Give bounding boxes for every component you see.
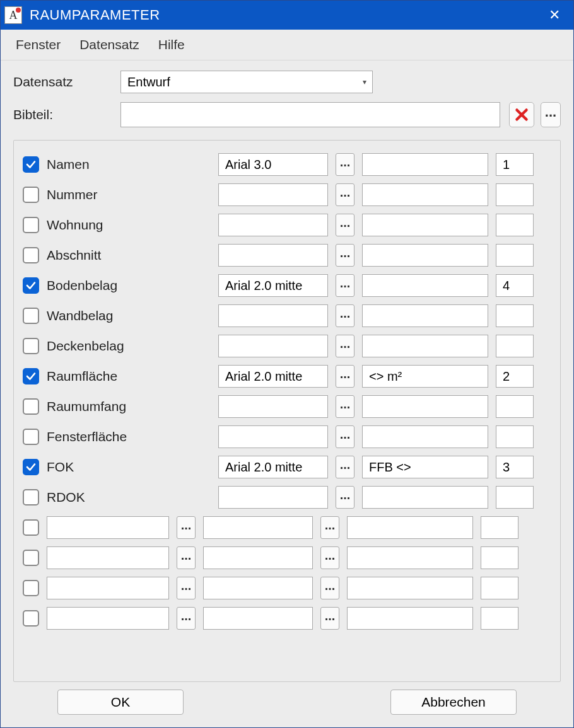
ok-button[interactable]: OK bbox=[57, 690, 184, 715]
param-format-input[interactable] bbox=[362, 456, 488, 478]
param-label-input[interactable] bbox=[47, 577, 169, 599]
param-checkbox[interactable] bbox=[23, 429, 39, 445]
param-font-browse-button[interactable] bbox=[336, 425, 354, 448]
param-font-browse-button[interactable] bbox=[320, 516, 339, 539]
param-font-input[interactable] bbox=[218, 456, 328, 478]
param-font-input[interactable] bbox=[218, 365, 328, 388]
param-label-input[interactable] bbox=[47, 546, 169, 569]
param-label: Abschnitt bbox=[47, 248, 211, 263]
param-format-input[interactable] bbox=[362, 214, 488, 236]
param-order-input[interactable] bbox=[496, 335, 534, 357]
clear-bibteil-button[interactable] bbox=[509, 102, 534, 127]
param-label-input[interactable] bbox=[47, 516, 169, 539]
param-font-browse-button[interactable] bbox=[336, 183, 354, 206]
param-order-input[interactable] bbox=[496, 425, 534, 448]
param-font-browse-button[interactable] bbox=[336, 335, 354, 357]
param-checkbox[interactable] bbox=[23, 277, 39, 294]
param-order-input[interactable] bbox=[496, 456, 534, 478]
param-order-input[interactable] bbox=[496, 274, 534, 297]
param-checkbox[interactable] bbox=[23, 580, 39, 596]
param-font-input[interactable] bbox=[203, 546, 313, 569]
param-format-input[interactable] bbox=[362, 425, 488, 448]
param-checkbox[interactable] bbox=[23, 459, 39, 475]
browse-bibteil-button[interactable] bbox=[541, 102, 561, 127]
param-font-browse-button[interactable] bbox=[336, 244, 354, 267]
param-format-input[interactable] bbox=[347, 546, 473, 569]
param-label-browse-button[interactable] bbox=[177, 607, 196, 630]
param-font-browse-button[interactable] bbox=[320, 577, 339, 599]
param-font-browse-button[interactable] bbox=[336, 153, 354, 176]
param-font-input[interactable] bbox=[218, 486, 328, 509]
param-order-input[interactable] bbox=[496, 304, 534, 327]
param-font-input[interactable] bbox=[218, 183, 328, 206]
param-format-input[interactable] bbox=[362, 153, 488, 176]
datensatz-value[interactable] bbox=[120, 71, 373, 93]
param-font-browse-button[interactable] bbox=[336, 214, 354, 236]
menu-datensatz[interactable]: Datensatz bbox=[79, 37, 139, 52]
param-order-input[interactable] bbox=[481, 607, 518, 630]
param-font-input[interactable] bbox=[218, 395, 328, 418]
param-checkbox[interactable] bbox=[23, 217, 39, 233]
menu-fenster[interactable]: Fenster bbox=[16, 37, 61, 52]
param-font-input[interactable] bbox=[218, 153, 328, 176]
param-font-browse-button[interactable] bbox=[336, 304, 354, 327]
param-font-input[interactable] bbox=[218, 335, 328, 357]
param-label-browse-button[interactable] bbox=[177, 516, 196, 539]
param-format-input[interactable] bbox=[362, 183, 488, 206]
param-checkbox[interactable] bbox=[23, 610, 39, 627]
param-order-input[interactable] bbox=[496, 365, 534, 388]
param-order-input[interactable] bbox=[496, 214, 534, 236]
param-order-input[interactable] bbox=[496, 244, 534, 267]
param-font-input[interactable] bbox=[203, 607, 313, 630]
param-format-input[interactable] bbox=[347, 577, 473, 599]
param-label-browse-button[interactable] bbox=[177, 577, 196, 599]
param-checkbox[interactable] bbox=[23, 308, 39, 324]
datensatz-select[interactable]: ▾ bbox=[120, 71, 373, 93]
param-font-input[interactable] bbox=[218, 425, 328, 448]
param-format-input[interactable] bbox=[347, 607, 473, 630]
bibteil-input[interactable] bbox=[120, 102, 500, 127]
param-format-input[interactable] bbox=[362, 335, 488, 357]
menu-hilfe[interactable]: Hilfe bbox=[158, 37, 185, 52]
param-format-input[interactable] bbox=[362, 274, 488, 297]
param-checkbox[interactable] bbox=[23, 156, 39, 173]
close-icon[interactable]: ✕ bbox=[542, 7, 567, 23]
param-checkbox[interactable] bbox=[23, 338, 39, 354]
param-format-input[interactable] bbox=[362, 395, 488, 418]
param-format-input[interactable] bbox=[362, 304, 488, 327]
param-order-input[interactable] bbox=[496, 153, 534, 176]
param-format-input[interactable] bbox=[362, 244, 488, 267]
param-font-input[interactable] bbox=[218, 274, 328, 297]
param-font-input[interactable] bbox=[218, 304, 328, 327]
param-font-browse-button[interactable] bbox=[336, 365, 354, 388]
param-checkbox[interactable] bbox=[23, 368, 39, 384]
param-order-input[interactable] bbox=[481, 546, 518, 569]
param-font-browse-button[interactable] bbox=[320, 546, 339, 569]
param-font-browse-button[interactable] bbox=[336, 456, 354, 478]
param-font-browse-button[interactable] bbox=[336, 486, 354, 509]
param-checkbox[interactable] bbox=[23, 187, 39, 203]
param-font-input[interactable] bbox=[218, 244, 328, 267]
param-font-browse-button[interactable] bbox=[320, 607, 339, 630]
param-order-input[interactable] bbox=[496, 395, 534, 418]
param-label-browse-button[interactable] bbox=[177, 546, 196, 569]
param-font-input[interactable] bbox=[203, 577, 313, 599]
param-checkbox[interactable] bbox=[23, 550, 39, 566]
param-font-input[interactable] bbox=[203, 516, 313, 539]
param-order-input[interactable] bbox=[496, 183, 534, 206]
param-format-input[interactable] bbox=[362, 365, 488, 388]
param-format-input[interactable] bbox=[347, 516, 473, 539]
param-format-input[interactable] bbox=[362, 486, 488, 509]
param-order-input[interactable] bbox=[481, 516, 518, 539]
param-font-browse-button[interactable] bbox=[336, 274, 354, 297]
param-checkbox[interactable] bbox=[23, 489, 39, 506]
param-checkbox[interactable] bbox=[23, 398, 39, 415]
param-checkbox[interactable] bbox=[23, 519, 39, 536]
param-font-browse-button[interactable] bbox=[336, 395, 354, 418]
param-font-input[interactable] bbox=[218, 214, 328, 236]
param-label-input[interactable] bbox=[47, 607, 169, 630]
cancel-button[interactable]: Abbrechen bbox=[390, 690, 517, 715]
param-order-input[interactable] bbox=[481, 577, 518, 599]
param-order-input[interactable] bbox=[496, 486, 534, 509]
param-checkbox[interactable] bbox=[23, 247, 39, 263]
